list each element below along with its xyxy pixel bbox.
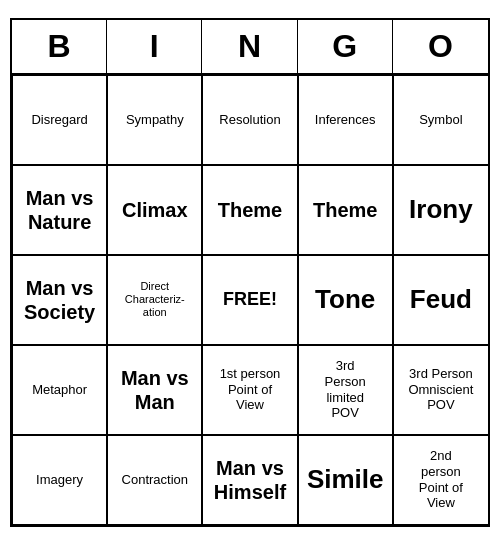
cell-text-1: Sympathy (126, 112, 184, 128)
bingo-cell-14: Feud (393, 255, 488, 345)
header-letter-g: G (298, 20, 393, 73)
bingo-cell-19: 3rd Person Omniscient POV (393, 345, 488, 435)
header-letter-i: I (107, 20, 202, 73)
bingo-cell-16: Man vs Man (107, 345, 202, 435)
bingo-cell-21: Contraction (107, 435, 202, 525)
bingo-cell-20: Imagery (12, 435, 107, 525)
cell-text-14: Feud (410, 284, 472, 315)
header-letter-o: O (393, 20, 488, 73)
cell-text-13: Tone (315, 284, 375, 315)
bingo-cell-0: Disregard (12, 75, 107, 165)
bingo-cell-23: Simile (298, 435, 393, 525)
bingo-cell-7: Theme (202, 165, 297, 255)
cell-text-5: Man vs Nature (26, 186, 94, 234)
cell-text-19: 3rd Person Omniscient POV (408, 366, 473, 413)
bingo-cell-2: Resolution (202, 75, 297, 165)
cell-text-23: Simile (307, 464, 384, 495)
bingo-cell-24: 2nd person Point of View (393, 435, 488, 525)
bingo-cell-11: Direct Characteriz- ation (107, 255, 202, 345)
bingo-cell-12: FREE! (202, 255, 297, 345)
cell-text-4: Symbol (419, 112, 462, 128)
bingo-cell-18: 3rd Person limited POV (298, 345, 393, 435)
cell-text-2: Resolution (219, 112, 280, 128)
cell-text-3: Inferences (315, 112, 376, 128)
bingo-cell-5: Man vs Nature (12, 165, 107, 255)
cell-text-21: Contraction (122, 472, 188, 488)
bingo-cell-22: Man vs Himself (202, 435, 297, 525)
bingo-cell-13: Tone (298, 255, 393, 345)
cell-text-24: 2nd person Point of View (419, 448, 463, 510)
bingo-cell-17: 1st person Point of View (202, 345, 297, 435)
bingo-cell-1: Sympathy (107, 75, 202, 165)
cell-text-17: 1st person Point of View (220, 366, 281, 413)
bingo-card: BINGO DisregardSympathyResolutionInferen… (10, 18, 490, 527)
bingo-cell-4: Symbol (393, 75, 488, 165)
cell-text-16: Man vs Man (121, 366, 189, 414)
cell-text-10: Man vs Society (24, 276, 95, 324)
bingo-cell-3: Inferences (298, 75, 393, 165)
header-letter-n: N (202, 20, 297, 73)
bingo-cell-10: Man vs Society (12, 255, 107, 345)
cell-text-0: Disregard (31, 112, 87, 128)
header-letter-b: B (12, 20, 107, 73)
bingo-cell-9: Irony (393, 165, 488, 255)
cell-text-6: Climax (122, 198, 188, 222)
cell-text-22: Man vs Himself (214, 456, 286, 504)
cell-text-20: Imagery (36, 472, 83, 488)
bingo-cell-6: Climax (107, 165, 202, 255)
cell-text-8: Theme (313, 198, 377, 222)
cell-text-18: 3rd Person limited POV (325, 358, 366, 420)
bingo-cell-8: Theme (298, 165, 393, 255)
cell-text-15: Metaphor (32, 382, 87, 398)
bingo-grid: DisregardSympathyResolutionInferencesSym… (12, 75, 488, 525)
cell-text-9: Irony (409, 194, 473, 225)
bingo-cell-15: Metaphor (12, 345, 107, 435)
cell-text-11: Direct Characteriz- ation (125, 280, 185, 320)
cell-text-12: FREE! (223, 289, 277, 311)
cell-text-7: Theme (218, 198, 282, 222)
bingo-header: BINGO (12, 20, 488, 75)
